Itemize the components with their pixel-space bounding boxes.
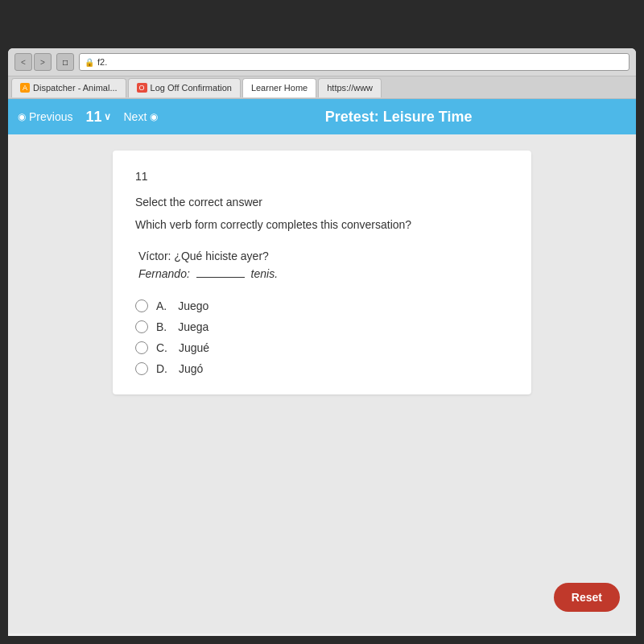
previous-arrow-icon: ◉ [18, 111, 26, 122]
conversation-line-1: Víctor: ¿Qué hiciste ayer? [138, 247, 509, 265]
option-a[interactable]: A. Juego [135, 299, 509, 312]
back-button[interactable]: < [14, 53, 32, 71]
browser-window: < > □ 🔒 f2. A Dispatcher - Animal... O L… [8, 48, 636, 636]
tab-dispatcher[interactable]: A Dispatcher - Animal... [11, 78, 126, 97]
app-nav: ◉ Previous 11 ∨ Next ◉ Pretest: Leisure … [8, 99, 636, 134]
conversation-block: Víctor: ¿Qué hiciste ayer? Fernando: ten… [135, 247, 509, 283]
question-number-display: 11 [135, 170, 509, 183]
forward-button[interactable]: > [34, 53, 52, 71]
tab-view-button[interactable]: □ [56, 53, 74, 71]
previous-button[interactable]: ◉ Previous [18, 110, 72, 123]
address-text: f2. [97, 57, 107, 67]
tabs-bar: A Dispatcher - Animal... O Log Off Confi… [8, 76, 636, 99]
question-number-text: 11 [85, 109, 101, 126]
option-d[interactable]: D. Jugó [135, 362, 509, 375]
browser-toolbar: < > □ 🔒 f2. [8, 48, 636, 76]
conversation-line-2: Fernando: tenis. [138, 265, 509, 283]
next-button[interactable]: Next ◉ [124, 110, 159, 123]
tab-logoff[interactable]: O Log Off Confirmation [128, 78, 241, 97]
next-arrow-icon: ◉ [150, 111, 158, 122]
page-title: Pretest: Leisure Time [171, 109, 626, 126]
question-nav: 11 ∨ [85, 109, 110, 126]
question-number-dropdown[interactable]: 11 ∨ [85, 109, 110, 126]
content-area: 11 Select the correct answer Which verb … [8, 134, 636, 634]
screen-bezel: < > □ 🔒 f2. A Dispatcher - Animal... O L… [0, 0, 644, 644]
option-c-letter: C. [156, 341, 167, 354]
option-b-text: Juega [178, 320, 208, 333]
lock-icon: 🔒 [85, 58, 94, 67]
address-bar[interactable]: 🔒 f2. [79, 53, 630, 71]
option-c-text: Jugué [179, 341, 209, 354]
tab-logoff-label: Log Off Confirmation [151, 83, 232, 93]
tab-url[interactable]: https://www [318, 78, 382, 97]
radio-b[interactable] [135, 320, 148, 333]
option-b[interactable]: B. Juega [135, 320, 509, 333]
tab-learner-label: Learner Home [251, 83, 308, 93]
answer-options: A. Juego B. Juega C. Jugué [135, 299, 509, 375]
tab-learner-home[interactable]: Learner Home [242, 78, 316, 97]
radio-c[interactable] [135, 341, 148, 354]
radio-d[interactable] [135, 362, 148, 375]
question-card: 11 Select the correct answer Which verb … [113, 151, 531, 394]
option-d-letter: D. [156, 362, 167, 375]
speaker-victor: Víctor: ¿Qué hiciste ayer? [138, 250, 269, 262]
blank-space [196, 277, 245, 278]
option-d-text: Jugó [179, 362, 203, 375]
option-a-letter: A. [156, 299, 167, 312]
radio-a[interactable] [135, 299, 148, 312]
tab-dispatcher-label: Dispatcher - Animal... [33, 83, 118, 93]
nav-buttons: < > [14, 53, 52, 71]
option-b-letter: B. [156, 320, 167, 333]
question-instruction: Select the correct answer [135, 196, 509, 208]
tab-url-label: https://www [327, 83, 373, 93]
option-c[interactable]: C. Jugué [135, 341, 509, 354]
tab-icon-a: A [20, 83, 30, 93]
dropdown-arrow-icon: ∨ [104, 111, 111, 122]
speaker-fernando: Fernando: tenis. [138, 267, 278, 280]
previous-label: Previous [29, 110, 72, 123]
next-label: Next [124, 110, 147, 123]
option-a-text: Juego [178, 299, 208, 312]
tab-icon-o: O [137, 83, 147, 93]
reset-button[interactable]: Reset [554, 583, 620, 612]
question-body-text: Which verb form correctly completes this… [135, 218, 509, 231]
